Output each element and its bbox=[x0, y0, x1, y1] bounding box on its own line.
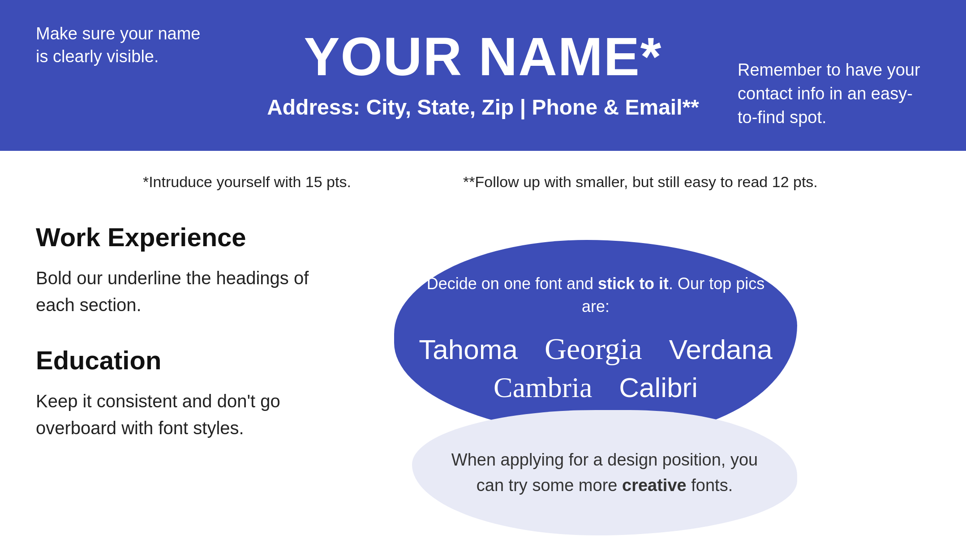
light-blob-text: When applying for a design position, you… bbox=[439, 447, 770, 498]
font-georgia: Georgia bbox=[545, 331, 642, 367]
light-blob: When applying for a design position, you… bbox=[412, 410, 797, 535]
work-experience-section: Work Experience Bold our underline the h… bbox=[36, 222, 313, 318]
font-names-row1: Tahoma Georgia Verdana bbox=[419, 331, 772, 367]
resume-address: Address: City, State, Zip | Phone & Emai… bbox=[267, 95, 699, 120]
font-tahoma: Tahoma bbox=[419, 333, 518, 365]
resume-name-heading: YOUR NAME* bbox=[304, 27, 662, 86]
tip-left: Make sure your name is clearly visible. bbox=[36, 22, 215, 68]
font-verdana: Verdana bbox=[669, 333, 773, 365]
header-banner: Make sure your name is clearly visible. … bbox=[0, 0, 966, 151]
education-section: Education Keep it consistent and don't g… bbox=[36, 345, 313, 441]
right-column: Decide on one font and stick to it. Our … bbox=[349, 222, 930, 535]
left-column: Work Experience Bold our underline the h… bbox=[36, 222, 313, 535]
main-content: Work Experience Bold our underline the h… bbox=[0, 204, 966, 560]
footnote-contact-size: **Follow up with smaller, but still easy… bbox=[404, 173, 876, 191]
tip-right: Remember to have your contact info in an… bbox=[738, 58, 930, 130]
creative-fonts-bold: creative bbox=[622, 476, 687, 495]
work-experience-heading: Work Experience bbox=[36, 222, 313, 252]
font-blob: Decide on one font and stick to it. Our … bbox=[394, 240, 797, 437]
font-blob-bold: stick to it bbox=[598, 274, 669, 293]
font-cambria: Cambria bbox=[494, 371, 592, 404]
font-calibri: Calibri bbox=[619, 372, 698, 403]
education-heading: Education bbox=[36, 345, 313, 375]
font-blob-intro: Decide on one font and stick to it. Our … bbox=[421, 273, 770, 318]
education-body: Keep it consistent and don't go overboar… bbox=[36, 388, 313, 441]
footnote-name-size: *Intruduce yourself with 15 pts. bbox=[90, 173, 404, 191]
footnotes-row: *Intruduce yourself with 15 pts. **Follo… bbox=[0, 151, 966, 204]
work-experience-body: Bold our underline the headings of each … bbox=[36, 265, 313, 318]
font-names-row2: Cambria Calibri bbox=[494, 371, 698, 404]
